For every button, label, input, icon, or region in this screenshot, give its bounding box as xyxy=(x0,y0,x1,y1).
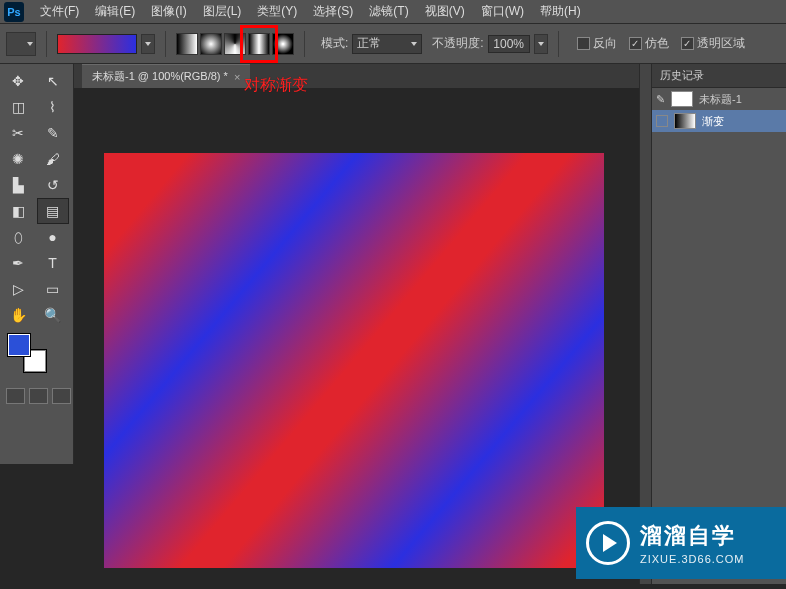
toolbox: ✥ ↖ ◫ ⌇ ✂ ✎ ✺ 🖌 ▙ ↺ ◧ ▤ ⬯ ● ✒ T ▷ ▭ ✋ 🔍 xyxy=(0,64,74,464)
zoom-tool[interactable]: 🔍 xyxy=(37,302,69,328)
annotation-label: 对称渐变 xyxy=(244,75,308,96)
blend-mode-value: 正常 xyxy=(357,35,381,52)
gradient-type-diamond[interactable] xyxy=(272,33,294,55)
screenmode-toggle-2[interactable] xyxy=(52,388,71,404)
dither-checkbox[interactable] xyxy=(629,37,642,50)
marquee-tool[interactable]: ◫ xyxy=(2,94,34,120)
type-tool[interactable]: T xyxy=(37,250,69,276)
dither-label: 仿色 xyxy=(645,35,669,52)
opacity-dropdown[interactable] xyxy=(534,34,548,54)
reverse-checkbox[interactable] xyxy=(577,37,590,50)
gradient-step-icon xyxy=(674,113,696,129)
pen-tool[interactable]: ✒ xyxy=(2,250,34,276)
history-panel-tab[interactable]: 历史记录 xyxy=(652,64,786,88)
stamp-tool[interactable]: ▙ xyxy=(2,172,34,198)
move-tool[interactable]: ✥ xyxy=(2,68,34,94)
app-logo: Ps xyxy=(4,2,24,22)
artboard-tool[interactable]: ↖ xyxy=(37,68,69,94)
gradient-type-group xyxy=(176,33,294,55)
menu-file[interactable]: 文件(F) xyxy=(32,0,87,23)
menu-view[interactable]: 视图(V) xyxy=(417,0,473,23)
tool-preset-picker[interactable] xyxy=(6,32,36,56)
history-panel: 历史记录 ✎ 未标题-1 渐变 xyxy=(651,64,786,584)
eraser-tool[interactable]: ◧ xyxy=(2,198,34,224)
lasso-tool[interactable]: ⌇ xyxy=(37,94,69,120)
opacity-label: 不透明度: xyxy=(432,35,483,52)
gradient-type-radial[interactable] xyxy=(200,33,222,55)
divider xyxy=(165,31,166,57)
healing-tool[interactable]: ✺ xyxy=(2,146,34,172)
chevron-down-icon xyxy=(411,42,417,46)
reverse-label: 反向 xyxy=(593,35,617,52)
gradient-type-reflected[interactable] xyxy=(248,33,270,55)
mode-label: 模式: xyxy=(321,35,348,52)
hand-tool[interactable]: ✋ xyxy=(2,302,34,328)
snapshot-thumbnail-icon xyxy=(671,91,693,107)
menu-image[interactable]: 图像(I) xyxy=(143,0,194,23)
eyedropper-tool[interactable]: ✎ xyxy=(37,120,69,146)
play-icon xyxy=(586,521,630,565)
gradient-type-angle[interactable] xyxy=(224,33,246,55)
menu-select[interactable]: 选择(S) xyxy=(305,0,361,23)
document-tab[interactable]: 未标题-1 @ 100%(RGB/8) * × xyxy=(82,64,250,88)
watermark-title: 溜溜自学 xyxy=(640,521,744,551)
divider xyxy=(46,31,47,57)
gradient-tool[interactable]: ▤ xyxy=(37,198,69,224)
dodge-tool[interactable]: ● xyxy=(37,224,69,250)
watermark-url: ZIXUE.3D66.COM xyxy=(640,553,744,565)
menu-layer[interactable]: 图层(L) xyxy=(195,0,250,23)
history-state-checkbox[interactable] xyxy=(656,115,668,127)
document-canvas[interactable] xyxy=(104,153,604,568)
shape-tool[interactable]: ▭ xyxy=(37,276,69,302)
watermark: 溜溜自学 ZIXUE.3D66.COM xyxy=(576,507,786,579)
close-icon[interactable]: × xyxy=(234,71,240,83)
gradient-type-linear[interactable] xyxy=(176,33,198,55)
path-select-tool[interactable]: ▷ xyxy=(2,276,34,302)
brush-tool[interactable]: 🖌 xyxy=(37,146,69,172)
opacity-value[interactable]: 100% xyxy=(488,35,530,53)
menu-filter[interactable]: 滤镜(T) xyxy=(361,0,416,23)
blend-mode-select[interactable]: 正常 xyxy=(352,34,422,54)
options-bar: 模式: 正常 不透明度: 100% 反向 仿色 透明区域 xyxy=(0,24,786,64)
brush-icon: ✎ xyxy=(656,93,665,106)
history-brush-tool[interactable]: ↺ xyxy=(37,172,69,198)
menu-bar: Ps 文件(F) 编辑(E) 图像(I) 图层(L) 类型(Y) 选择(S) 滤… xyxy=(0,0,786,24)
menu-window[interactable]: 窗口(W) xyxy=(473,0,532,23)
transparency-label: 透明区域 xyxy=(697,35,745,52)
screenmode-toggle[interactable] xyxy=(29,388,48,404)
panel-dock-collapsed[interactable] xyxy=(639,64,651,584)
menu-type[interactable]: 类型(Y) xyxy=(249,0,305,23)
history-entry-label: 渐变 xyxy=(702,114,724,129)
quickmask-toggle[interactable] xyxy=(6,388,25,404)
blur-tool[interactable]: ⬯ xyxy=(2,224,34,250)
history-snapshot[interactable]: ✎ 未标题-1 xyxy=(652,88,786,110)
gradient-picker[interactable] xyxy=(57,34,137,54)
history-entry[interactable]: 渐变 xyxy=(652,110,786,132)
color-swatches xyxy=(2,328,71,372)
menu-edit[interactable]: 编辑(E) xyxy=(87,0,143,23)
divider xyxy=(558,31,559,57)
divider xyxy=(304,31,305,57)
menu-help[interactable]: 帮助(H) xyxy=(532,0,589,23)
document-tab-title: 未标题-1 @ 100%(RGB/8) * xyxy=(92,69,228,84)
transparency-checkbox[interactable] xyxy=(681,37,694,50)
crop-tool[interactable]: ✂ xyxy=(2,120,34,146)
gradient-picker-dropdown[interactable] xyxy=(141,34,155,54)
foreground-color[interactable] xyxy=(8,334,30,356)
snapshot-label: 未标题-1 xyxy=(699,92,742,107)
